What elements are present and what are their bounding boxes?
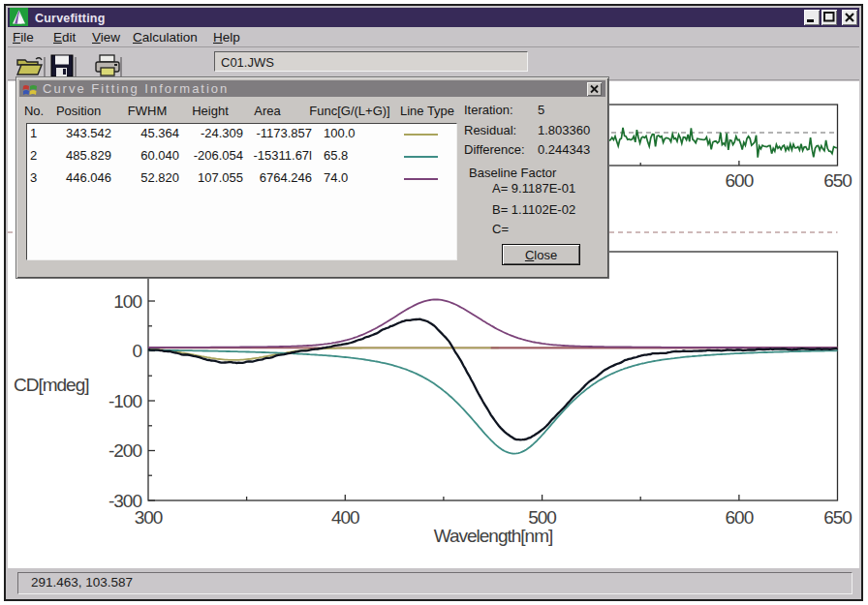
svg-text:650: 650 (823, 507, 852, 528)
svg-text:650: 650 (823, 170, 852, 191)
svg-text:400: 400 (331, 507, 359, 528)
svg-text:600: 600 (726, 507, 754, 528)
svg-text:600: 600 (726, 170, 754, 191)
svg-text:300: 300 (135, 507, 163, 528)
svg-text:0: 0 (132, 341, 141, 361)
svg-text:Wavelength[nm]: Wavelength[nm] (434, 526, 553, 546)
svg-text:100: 100 (113, 291, 141, 312)
svg-text:-100: -100 (108, 391, 141, 411)
svg-text:CD[mdeg]: CD[mdeg] (14, 375, 89, 395)
svg-text:-200: -200 (108, 440, 141, 461)
svg-text:500: 500 (528, 507, 556, 528)
